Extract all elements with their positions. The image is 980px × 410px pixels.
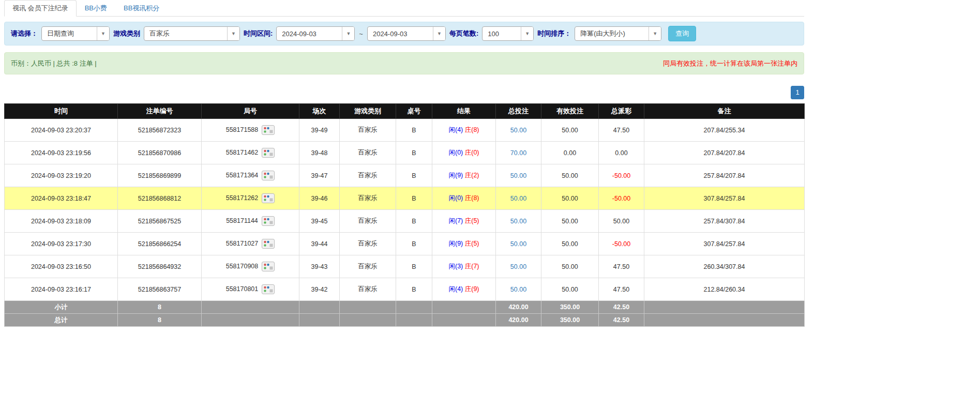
round-cell: 558171364 [202,164,299,187]
table-no-cell: B [396,210,432,233]
game-type-cell: 百家乐 [340,255,396,278]
round-cell: 558171262 [202,187,299,210]
info-bar: 币别：人民币 | 总共 :8 注单 | 同局有效投注，统一计算在该局第一张注单内 [4,52,804,74]
per-page-select[interactable]: 100 ▼ [482,26,534,41]
player-result: 闲(4) [448,126,463,133]
filter-bar: 请选择： 日期查询 ▼ 游戏类别 百家乐 ▼ 时间区间: 2024-09-03 … [4,22,804,45]
total-bet-cell[interactable]: 50.00 [496,233,541,255]
total-bet-cell[interactable]: 50.00 [496,187,541,210]
roadmap-icon[interactable] [262,239,275,249]
summary-label-cell: 总计 [5,314,118,327]
summary-valid-bet-cell: 350.00 [541,301,599,314]
valid-bet-cell: 50.00 [541,119,599,142]
summary-empty-cell [432,301,496,314]
search-button[interactable]: 查询 [668,26,696,41]
column-header: 总投注 [496,104,541,119]
pagination: 1 [4,86,804,99]
total-bet-cell[interactable]: 50.00 [496,255,541,278]
session-cell: 39-49 [299,119,340,142]
result-cell: 闲(9) 庄(2) [432,164,496,187]
roadmap-icon[interactable] [262,171,275,180]
note-cell: 307.84/257.84 [644,187,805,210]
chevron-down-icon: ▼ [433,27,445,40]
date-to-select[interactable]: 2024-09-03 ▼ [367,26,446,41]
round-cell: 558171588 [202,119,299,142]
chevron-down-icon: ▼ [97,27,109,40]
table-body: 2024-09-03 23:20:37521856872323558171588… [5,119,805,301]
bet-id-cell: 521856870986 [118,142,202,164]
page-button-1[interactable]: 1 [791,86,804,99]
time-range-label: 时间区间: [244,29,273,38]
sort-label: 时间排序： [537,29,571,38]
game-type-cell: 百家乐 [340,142,396,164]
tab-2[interactable]: BB视讯积分 [115,0,168,17]
table-footer: 小计8420.00350.0042.50总计8420.00350.0042.50 [5,301,805,327]
valid-bet-cell: 0.00 [541,142,599,164]
round-cell: 558171027 [202,233,299,255]
round-number: 558170801 [226,285,259,293]
roadmap-icon[interactable] [262,148,275,158]
summary-payout-cell: 42.50 [599,314,644,327]
note-cell: 207.84/207.84 [644,142,805,164]
tilde-separator: ~ [358,30,364,38]
date-from-select[interactable]: 2024-09-03 ▼ [276,26,355,41]
game-type-cell: 百家乐 [340,187,396,210]
bets-table: 时间注单编号局号场次游戏类别桌号结果总投注有效投注总派彩备注 2024-09-0… [4,103,805,327]
summary-empty-cell [202,314,299,327]
game-type-cell: 百家乐 [340,278,396,301]
roadmap-icon[interactable] [262,262,275,271]
roadmap-icon[interactable] [262,216,275,226]
table-row: 2024-09-03 23:19:20521856869899558171364… [5,164,805,187]
chevron-down-icon: ▼ [227,27,239,40]
game-type-cell: 百家乐 [340,164,396,187]
sort-select[interactable]: 降冪(由大到小) ▼ [575,26,661,41]
game-type-cell: 百家乐 [340,233,396,255]
summary-empty-cell [396,314,432,327]
total-bet-cell[interactable]: 50.00 [496,119,541,142]
game-type-select[interactable]: 百家乐 ▼ [144,26,240,41]
roadmap-icon[interactable] [262,284,275,294]
note-cell: 257.84/307.84 [644,210,805,233]
column-header: 局号 [202,104,299,119]
total-bet-cell[interactable]: 50.00 [496,210,541,233]
banker-result: 庄(2) [463,172,479,179]
date-type-select[interactable]: 日期查询 ▼ [41,26,110,41]
total-bet-cell[interactable]: 50.00 [496,164,541,187]
result-cell: 闲(4) 庄(8) [432,119,496,142]
date-type-label: 请选择： [11,29,38,38]
column-header: 总派彩 [599,104,644,119]
tab-1[interactable]: BB小费 [77,0,115,17]
banker-result: 庄(5) [463,217,479,224]
summary-empty-cell [644,301,805,314]
payout-cell: 0.00 [599,142,644,164]
time-cell: 2024-09-03 23:17:30 [5,233,118,255]
session-cell: 39-45 [299,210,340,233]
table-row: 2024-09-03 23:19:56521856870986558171462… [5,142,805,164]
round-number: 558171364 [226,172,259,179]
summary-empty-cell [340,314,396,327]
time-cell: 2024-09-03 23:16:17 [5,278,118,301]
roadmap-icon[interactable] [262,193,275,203]
session-cell: 39-46 [299,187,340,210]
game-type-cell: 百家乐 [340,119,396,142]
payout-cell: 47.50 [599,278,644,301]
table-row: 2024-09-03 23:16:17521856863757558170801… [5,278,805,301]
result-cell: 闲(0) 庄(0) [432,142,496,164]
column-header: 桌号 [396,104,432,119]
player-result: 闲(0) [448,149,463,156]
round-number: 558171588 [226,126,259,133]
roadmap-icon[interactable] [262,125,275,135]
summary-valid-bet-cell: 350.00 [541,314,599,327]
game-type-label: 游戏类别 [113,29,140,38]
note-cell: 212.84/260.34 [644,278,805,301]
note-cell: 307.84/257.84 [644,233,805,255]
player-result: 闲(3) [448,263,463,270]
tab-0[interactable]: 视讯 会员下注纪录 [4,0,77,17]
total-bet-cell[interactable]: 50.00 [496,278,541,301]
round-number: 558171027 [226,240,259,247]
total-bet-cell[interactable]: 70.00 [496,142,541,164]
summary-row: 总计8420.00350.0042.50 [5,314,805,327]
table-no-cell: B [396,278,432,301]
column-header: 备注 [644,104,805,119]
column-header: 场次 [299,104,340,119]
